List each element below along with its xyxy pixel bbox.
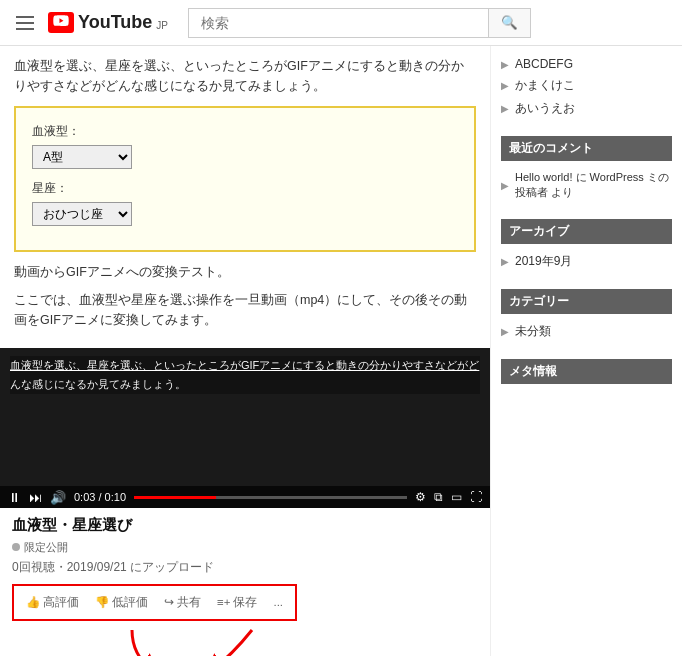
dislike-icon-small: 👎 [95,595,109,609]
visibility-text: 限定公開 [24,540,68,555]
arrow-icon: ▶ [501,326,509,337]
video-title: 血液型・星座選び [12,516,478,535]
time-current: 0:03 [74,491,95,503]
meta-header: メタ情報 [501,359,672,384]
category-header: カテゴリー [501,289,672,314]
small-action-box: 👍 高評価 👎 低評価 ↪ 共有 ≡+ 保存 [12,584,297,621]
form-box: 血液型： A型 B型 O型 AB型 星座： おひつじ座 おうし座 ふたご座 [14,106,476,252]
arrow-icon: ▶ [501,256,509,267]
header: YouTube JP 🔍 [0,0,682,46]
youtube-logo[interactable]: YouTube JP [48,12,168,33]
subtitle-line-2: んな感じになるか見てみましょう。 [10,375,480,394]
video-player: 血液型を選ぶ、星座を選ぶ、といったところがGIFアニメにすると動きの分かりやすさ… [0,348,490,508]
intro-text: 血液型を選ぶ、星座を選ぶ、といったところがGIFアニメにすると動きの分かりやすさ… [14,56,476,96]
theater-icon[interactable]: ▭ [451,490,462,504]
archive-label: 2019年9月 [515,253,572,270]
like-label-small: 高評価 [43,595,79,610]
category-label: 未分類 [515,323,551,340]
badge-dot [12,543,20,551]
arrow-icon: ▶ [501,180,509,191]
blood-type-select[interactable]: A型 B型 O型 AB型 [32,145,132,169]
sidebar: ▶ ABCDEFG ▶ かまくけこ ▶ あいうえお 最近のコメント ▶ Hell… [490,46,682,656]
sidebar-label: ABCDEFG [515,57,573,71]
desc-text: ここでは、血液型や星座を選ぶ操作を一旦動画（mp4）にして、その後その動画をGI… [14,290,476,330]
more-icon-small: ... [273,596,283,608]
video-meta: 0回視聴・2019/09/21 にアップロード [12,559,478,576]
arrow-area [72,625,418,656]
zodiac-select[interactable]: おひつじ座 おうし座 ふたご座 [32,202,132,226]
settings-icon[interactable]: ⚙ [415,490,426,504]
sidebar-section-category: カテゴリー ▶ 未分類 [501,289,672,343]
upload-date: 2019/09/21 にアップロード [67,560,214,574]
visibility-badge: 限定公開 [12,540,68,555]
youtube-icon [48,12,74,33]
sidebar-item-comment[interactable]: ▶ Hello world! に WordPress ミの投稿者 より [501,167,672,203]
search-button[interactable]: 🔍 [488,8,531,38]
progress-fill [134,496,216,499]
fullscreen-icon[interactable]: ⛶ [470,490,482,504]
share-icon-small: ↪ [164,595,174,609]
sidebar-section-archive: アーカイブ ▶ 2019年9月 [501,219,672,273]
search-input[interactable] [188,8,488,38]
sidebar-item-kamakukeko[interactable]: ▶ かまくけこ [501,74,672,97]
small-like-button[interactable]: 👍 高評価 [20,592,85,613]
time-display: 0:03 / 0:10 [74,491,126,503]
logo-text: YouTube [78,12,152,33]
time-total: 0:10 [105,491,126,503]
video-info: 血液型・星座選び 限定公開 0回視聴・2019/09/21 にアップロード 👍 … [0,508,490,656]
save-icon-small: ≡+ [217,596,230,608]
comment-text: Hello world! に WordPress ミの投稿者 より [515,170,672,200]
video-controls: ⏸ ⏭ 🔊 0:03 / 0:10 ⚙ ⧉ ▭ ⛶ [0,486,490,508]
view-count: 0回視聴 [12,560,55,574]
small-share-button[interactable]: ↪ 共有 [158,592,207,613]
arrow-icon: ▶ [501,103,509,114]
blood-type-label: 血液型： [32,122,458,141]
small-more-button[interactable]: ... [267,593,289,611]
skip-button[interactable]: ⏭ [29,491,42,504]
blood-type-group: 血液型： A型 B型 O型 AB型 [32,122,458,169]
miniplayer-icon[interactable]: ⧉ [434,490,443,504]
play-pause-button[interactable]: ⏸ [8,491,21,504]
sidebar-label: あいうえお [515,100,575,117]
sidebar-section-meta: メタ情報 [501,359,672,384]
arrow-svg [72,625,332,656]
arrow-icon: ▶ [501,80,509,91]
ctrl-right: ⚙ ⧉ ▭ ⛶ [415,490,482,504]
sidebar-item-archive[interactable]: ▶ 2019年9月 [501,250,672,273]
video-area: 血液型を選ぶ、星座を選ぶ、といったところがGIFアニメにすると動きの分かりやすさ… [0,46,490,656]
share-label-small: 共有 [177,595,201,610]
arrow-icon: ▶ [501,59,509,70]
like-icon-small: 👍 [26,595,40,609]
save-label-small: 保存 [233,595,257,610]
search-bar: 🔍 [188,8,650,38]
subtitle-line-1: 血液型を選ぶ、星座を選ぶ、といったところがGIFアニメにすると動きの分かりやすさ… [10,356,480,375]
video-overlay: 血液型を選ぶ、星座を選ぶ、といったところがGIFアニメにすると動きの分かりやすさ… [0,348,490,402]
mid-text: 動画からGIFアニメへの変換テスト。 [14,262,476,282]
archive-header: アーカイブ [501,219,672,244]
sidebar-section-comments: 最近のコメント ▶ Hello world! に WordPress ミの投稿者… [501,136,672,203]
small-action-row: 👍 高評価 👎 低評価 ↪ 共有 ≡+ 保存 [20,588,289,617]
comments-header: 最近のコメント [501,136,672,161]
small-save-button[interactable]: ≡+ 保存 [211,592,263,613]
dislike-label-small: 低評価 [112,595,148,610]
small-dislike-button[interactable]: 👎 低評価 [89,592,154,613]
sidebar-label: かまくけこ [515,77,575,94]
header-left: YouTube JP [12,12,168,34]
main-container: 血液型を選ぶ、星座を選ぶ、といったところがGIFアニメにすると動きの分かりやすさ… [0,46,682,656]
logo-suffix: JP [156,20,168,31]
zodiac-label: 星座： [32,179,458,198]
sidebar-item-category[interactable]: ▶ 未分類 [501,320,672,343]
sidebar-item-aiueo[interactable]: ▶ あいうえお [501,97,672,120]
play-icon [53,15,69,27]
hamburger-menu[interactable] [12,12,38,34]
progress-bar[interactable] [134,496,407,499]
sidebar-item-abcdefg[interactable]: ▶ ABCDEFG [501,54,672,74]
volume-button[interactable]: 🔊 [50,491,66,504]
sidebar-section-top: ▶ ABCDEFG ▶ かまくけこ ▶ あいうえお [501,54,672,120]
zodiac-group: 星座： おひつじ座 おうし座 ふたご座 [32,179,458,226]
blog-content: 血液型を選ぶ、星座を選ぶ、といったところがGIFアニメにすると動きの分かりやすさ… [0,46,490,348]
